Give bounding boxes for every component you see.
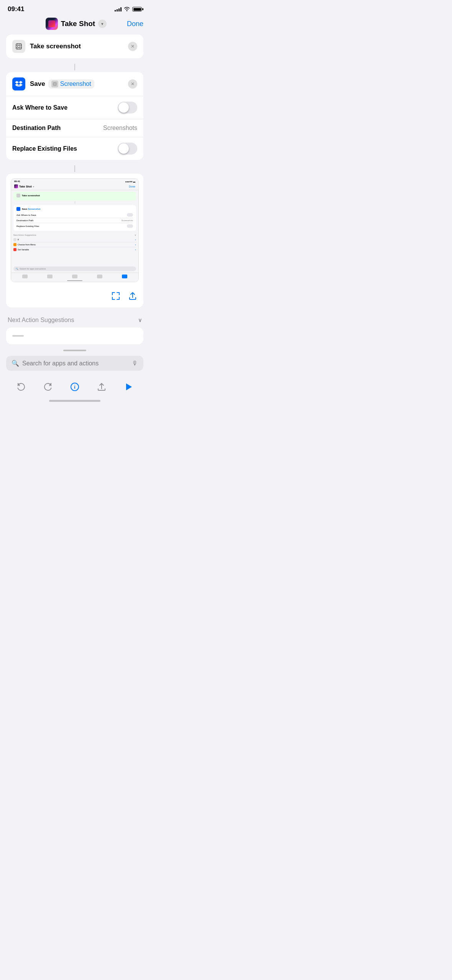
ask-where-toggle[interactable] <box>118 102 137 113</box>
battery-icon <box>132 7 142 12</box>
preview-inner: 09:41 ●●●▾ ▾ ▬ Take Shot ▾ Done <box>6 174 143 287</box>
save-close[interactable]: ✕ <box>128 79 137 89</box>
bottom-toolbar <box>0 374 150 397</box>
destination-path-value: Screenshots <box>103 125 137 132</box>
take-screenshot-left: Take screenshot <box>12 40 81 53</box>
done-button[interactable]: Done <box>127 20 143 28</box>
mini-take-screenshot: Take screenshot <box>13 192 136 201</box>
suggestions-title: Next Action Suggestions <box>8 317 74 324</box>
search-bar[interactable]: 🔍 🎙 <box>6 356 143 371</box>
mini-suggestions: Next Action Suggestions ∨ If + <box>11 232 138 253</box>
ask-where-label: Ask Where to Save <box>12 104 67 111</box>
share-toolbar-button[interactable] <box>93 378 110 395</box>
nav-chevron[interactable]: ▾ <box>98 20 107 28</box>
mini-status-bar: 09:41 ●●●▾ ▾ ▬ <box>11 179 138 184</box>
nav-header: Take Shot ▾ Done <box>0 16 150 35</box>
dropbox-icon <box>12 77 25 90</box>
preview-actions <box>6 287 143 307</box>
status-icons <box>115 7 142 12</box>
expand-button[interactable] <box>111 291 120 303</box>
info-button[interactable] <box>66 378 83 395</box>
save-card: Save Screenshot ✕ Ask Where to S <box>6 72 143 160</box>
suggestions-chevron-icon: ∨ <box>138 317 142 323</box>
take-screenshot-card: Take screenshot ✕ <box>6 35 143 58</box>
partial-line <box>12 335 24 337</box>
screenshot-badge-icon <box>51 81 58 87</box>
app-icon <box>46 18 58 30</box>
svg-rect-1 <box>18 45 20 48</box>
save-label: Save <box>30 80 45 88</box>
destination-path-label: Destination Path <box>12 125 61 132</box>
svg-point-5 <box>75 385 75 385</box>
mini-connector <box>11 201 138 204</box>
svg-marker-6 <box>126 383 132 390</box>
save-label-group: Save Screenshot <box>30 79 94 89</box>
app-name: Take Shot <box>61 20 95 28</box>
take-screenshot-label: Take screenshot <box>30 43 81 50</box>
take-screenshot-row: Take screenshot ✕ <box>6 35 143 58</box>
preview-card: 09:41 ●●●▾ ▾ ▬ Take Shot ▾ Done <box>6 174 143 307</box>
save-action-row: Save Screenshot ✕ <box>6 72 143 96</box>
search-input[interactable] <box>22 360 129 367</box>
connector-2 <box>6 164 143 174</box>
preview-screenshot: 09:41 ●●●▾ ▾ ▬ Take Shot ▾ Done <box>11 179 138 282</box>
replace-files-label: Replace Existing Files <box>12 145 77 152</box>
mini-nav: Take Shot ▾ Done <box>11 184 138 190</box>
connector-1 <box>6 62 143 72</box>
run-button[interactable] <box>120 378 137 395</box>
replace-files-row: Replace Existing Files <box>6 137 143 160</box>
wifi-icon <box>124 7 130 12</box>
mini-app-icon <box>14 184 18 188</box>
undo-button[interactable] <box>13 378 30 395</box>
mini-spacer <box>11 253 138 265</box>
mic-icon[interactable]: 🎙 <box>132 360 138 367</box>
replace-files-toggle[interactable] <box>118 143 137 155</box>
signal-icon <box>115 7 122 12</box>
preview-phone: 09:41 ●●●▾ ▾ ▬ Take Shot ▾ Done <box>11 178 139 282</box>
ask-where-row: Ask Where to Save <box>6 96 143 119</box>
scroll-indicator <box>0 348 150 353</box>
redo-button[interactable] <box>39 378 56 395</box>
destination-path-row[interactable]: Destination Path Screenshots <box>6 119 143 137</box>
screenshot-badge[interactable]: Screenshot <box>48 79 94 89</box>
screenshot-badge-text: Screenshot <box>60 81 91 87</box>
screenshot-icon <box>12 40 25 53</box>
save-left: Save Screenshot <box>12 77 94 90</box>
status-time: 09:41 <box>8 5 24 13</box>
main-content: Take screenshot ✕ <box>0 35 150 344</box>
status-bar: 09:41 <box>0 0 150 16</box>
suggestions-header[interactable]: Next Action Suggestions ∨ <box>6 311 143 327</box>
mini-home <box>11 279 138 282</box>
nav-title[interactable]: Take Shot ▾ <box>46 18 107 30</box>
svg-rect-2 <box>53 82 56 86</box>
mini-bottom-bar <box>11 273 138 279</box>
svg-rect-3 <box>54 83 56 85</box>
home-bar <box>49 400 100 402</box>
svg-rect-0 <box>16 44 21 49</box>
home-indicator <box>0 397 150 406</box>
mini-save-card: Save Screenshot Ask Where to Save Destin… <box>13 205 136 231</box>
partial-suggestion-card <box>6 327 143 344</box>
share-button[interactable] <box>128 291 137 303</box>
search-icon: 🔍 <box>12 360 19 367</box>
take-screenshot-close[interactable]: ✕ <box>128 42 137 51</box>
mini-search-bar: 🔍 Search for apps and actions <box>13 266 136 271</box>
search-container: 🔍 🎙 <box>0 353 150 374</box>
